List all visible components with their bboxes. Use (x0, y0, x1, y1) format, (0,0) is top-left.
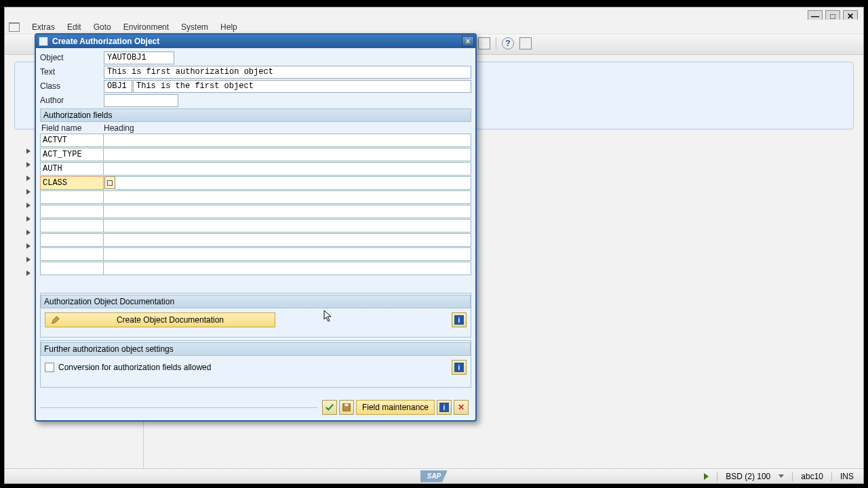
heading-cell[interactable] (104, 219, 471, 232)
help-icon[interactable]: ? (502, 37, 514, 49)
heading-cell[interactable] (115, 176, 471, 190)
text-field[interactable] (104, 66, 471, 79)
create-auth-object-dialog: Create Authorization Object × Object Tex… (35, 33, 477, 422)
sap-logo: SAP (420, 470, 448, 483)
save-button[interactable] (339, 400, 354, 415)
field-name-cell[interactable] (40, 219, 104, 232)
status-client: abc10 (801, 472, 823, 481)
field-name-cell[interactable] (40, 134, 104, 147)
toolbar-icon[interactable] (478, 37, 490, 49)
bottom-info-button[interactable]: i (437, 400, 452, 415)
heading-cell[interactable] (104, 134, 471, 147)
heading-cell[interactable] (104, 247, 471, 261)
object-field[interactable] (104, 52, 174, 64)
conversion-label: Conversion for authorization fields allo… (58, 363, 211, 372)
class-desc-field[interactable] (133, 80, 471, 93)
svg-rect-1 (344, 404, 348, 407)
table-row (40, 148, 471, 161)
accept-button[interactable] (322, 400, 337, 415)
create-doc-label: Create Object Documentation (66, 315, 275, 325)
menu-environment[interactable]: Environment (123, 22, 169, 32)
info-icon: i (454, 315, 464, 325)
dialog-titlebar: Create Authorization Object × (36, 35, 475, 48)
create-doc-button[interactable]: Create Object Documentation (45, 312, 275, 327)
field-name-cell[interactable] (40, 162, 104, 176)
further-section-header: Further authorization object settings (41, 342, 471, 356)
status-play-icon[interactable] (704, 473, 709, 480)
field-maintenance-label: Field maintenance (362, 403, 429, 412)
menu-edit[interactable]: Edit (67, 22, 81, 32)
col-field-name: Field name (40, 123, 104, 133)
cancel-button[interactable]: ✕ (454, 400, 469, 415)
menu-help[interactable]: Help (220, 22, 237, 32)
field-name-cell[interactable] (40, 190, 104, 204)
menu-system[interactable]: System (181, 22, 208, 32)
heading-cell[interactable] (104, 233, 471, 247)
field-maintenance-button[interactable]: Field maintenance (356, 400, 435, 415)
heading-cell[interactable] (104, 262, 471, 275)
session-dropdown-icon[interactable] (778, 474, 784, 478)
conversion-checkbox[interactable] (45, 363, 54, 372)
field-name-cell[interactable] (40, 176, 104, 190)
info-icon: i (439, 403, 449, 412)
heading-cell[interactable] (104, 162, 471, 176)
table-row (40, 262, 471, 275)
table-row (40, 162, 471, 176)
field-name-cell[interactable] (40, 233, 104, 247)
menu-icon[interactable] (9, 22, 20, 32)
cancel-icon: ✕ (458, 403, 465, 412)
table-row (40, 134, 471, 147)
further-info-button[interactable]: i (452, 360, 467, 375)
table-row (40, 190, 471, 204)
heading-cell[interactable] (104, 190, 471, 204)
table-row (40, 176, 471, 190)
menubar: Extras Edit Goto Environment System Help (5, 20, 863, 35)
object-label: Object (40, 53, 104, 62)
text-label: Text (40, 67, 104, 77)
info-icon: i (454, 363, 464, 372)
class-code-field[interactable] (104, 80, 132, 93)
col-heading: Heading (104, 123, 134, 133)
dialog-title: Create Authorization Object (52, 37, 159, 46)
table-row (40, 205, 471, 218)
heading-cell[interactable] (104, 148, 471, 161)
statusbar: SAP BSD (2) 100 abc10 INS (5, 468, 863, 483)
heading-cell[interactable] (104, 205, 471, 218)
author-field[interactable] (104, 94, 178, 107)
status-session: BSD (2) 100 (726, 472, 770, 481)
table-row (40, 219, 471, 232)
close-icon[interactable]: × (462, 36, 474, 47)
doc-info-button[interactable]: i (452, 312, 467, 327)
doc-section-header: Authorization Object Documentation (41, 295, 471, 308)
status-mode: INS (840, 472, 854, 481)
field-name-cell[interactable] (40, 148, 104, 161)
field-name-cell[interactable] (40, 262, 104, 275)
table-row (40, 247, 471, 261)
pencil-icon (50, 314, 62, 326)
menu-goto[interactable]: Goto (94, 22, 111, 32)
field-name-cell[interactable] (40, 205, 104, 218)
table-row (40, 233, 471, 247)
layout-icon[interactable] (519, 37, 532, 49)
auth-fields-header: Authorization fields (40, 108, 471, 122)
field-name-cell[interactable] (40, 247, 104, 261)
class-label: Class (40, 81, 104, 91)
menu-extras[interactable]: Extras (32, 22, 55, 32)
author-label: Author (40, 96, 104, 105)
f4-help-button[interactable] (104, 176, 115, 189)
dialog-icon (39, 37, 48, 46)
